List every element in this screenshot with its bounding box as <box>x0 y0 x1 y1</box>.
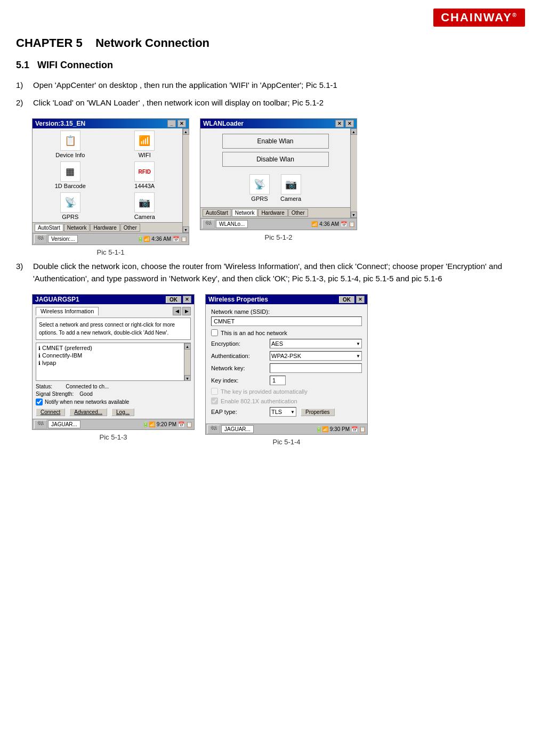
wp-ok-btn[interactable]: OK <box>339 296 354 303</box>
step-2: 2) Click 'Load' on 'WLAN Loader' , then … <box>16 97 525 109</box>
app-icon-14443a[interactable]: RFID 14443A <box>109 161 181 189</box>
netkey-input[interactable] <box>270 363 362 373</box>
pic-4-container: Wireless Properties OK ✕ Network name (S… <box>205 294 368 446</box>
rfid-icon: RFID <box>134 161 155 182</box>
tab-other[interactable]: Other <box>120 224 140 232</box>
wlan-scroll-up[interactable]: ▲ <box>351 128 357 135</box>
wlan-taskbar: 🏁 WLANLo... 📶 4:36 AM 📅 📋 <box>200 218 357 230</box>
wlan-tab-hardware[interactable]: Hardware <box>258 209 287 217</box>
keyindex-input[interactable] <box>270 376 286 385</box>
jag-status: Status: Connected to ch... <box>36 384 191 389</box>
screenshot-row-1: Version:3.15_EN _ ✕ 📋 Device Info 📶 <box>32 118 525 256</box>
wlan-gprs-icon[interactable]: 📡 GPRS <box>249 174 270 202</box>
app-icon-gprs[interactable]: 📡 GPRS <box>35 192 106 220</box>
appcenter-scrollbar[interactable]: ▲ ▼ <box>182 128 189 233</box>
wlan-window: WLANLoader ✕ ✕ Enable Wlan Disable Wlan … <box>200 118 357 230</box>
jag-start-btn[interactable]: 🏁 <box>34 420 47 429</box>
wlan-gprs-label: GPRS <box>251 196 268 202</box>
wlan-tab-network[interactable]: Network <box>232 209 258 217</box>
step-3-text: Double click the network icon, choose th… <box>33 261 525 284</box>
section-title: WIFI Connection <box>37 60 113 70</box>
wlan-main: Enable Wlan Disable Wlan 📡 GPRS 📷 Camera <box>200 128 350 218</box>
scroll-up-arrow[interactable]: ▲ <box>183 128 189 135</box>
tab-autostart[interactable]: AutoStart <box>35 224 63 232</box>
enable8021x-checkbox <box>211 397 218 404</box>
keyindex-label: Key index: <box>211 377 270 384</box>
jag-nav-left[interactable]: ◀ <box>173 307 181 315</box>
netlist-scroll-down[interactable]: ▼ <box>184 375 191 381</box>
enable8021x-label: Enable 802.1X authentication <box>221 398 297 404</box>
step-1-text: Open 'AppCenter' on desktop , then run t… <box>33 79 525 92</box>
appcenter-tabs: AutoStart Network Hardware Other <box>33 222 182 233</box>
step-3: 3) Double click the network icon, choose… <box>16 261 525 284</box>
taskbar-icons: 🔋📶 <box>137 236 150 242</box>
notify-checkbox[interactable] <box>36 399 43 405</box>
wlan-tab-autostart[interactable]: AutoStart <box>203 209 231 217</box>
pic-4-label: Pic 5-1-4 <box>205 438 368 446</box>
network-item-lvpap[interactable]: ℹ lvpap <box>38 359 182 367</box>
wlan-ok-btn[interactable]: ✕ <box>345 120 354 127</box>
eap-select[interactable]: TLS ▼ <box>270 407 296 417</box>
wp-taskbar-app[interactable]: JAGUAR... <box>221 425 254 433</box>
scroll-track <box>183 135 189 226</box>
step-3-num: 3) <box>16 261 33 273</box>
wlan-camera-icon[interactable]: 📷 Camera <box>280 174 301 202</box>
adhoc-checkbox[interactable] <box>211 329 218 336</box>
jag-close-btn[interactable]: ✕ <box>183 296 191 303</box>
wlan-taskbar-icons: 📶 <box>311 221 318 227</box>
netkey-row: Network key: <box>211 363 362 373</box>
scroll-down-arrow[interactable]: ▼ <box>183 226 189 233</box>
wp-close-btn[interactable]: ✕ <box>356 296 365 303</box>
app-icon-device-info[interactable]: 📋 Device Info <box>35 131 106 158</box>
properties-btn[interactable]: Properties <box>301 408 335 416</box>
wlan-tab-other[interactable]: Other <box>288 209 308 217</box>
app-icon-camera[interactable]: 📷 Camera <box>109 192 181 220</box>
jag-titlebar: JAGUARGSP1 OK ✕ <box>33 295 194 304</box>
jag-tab-wireless[interactable]: Wireless Information <box>36 307 99 315</box>
wlan-camera-label: Camera <box>280 196 301 202</box>
log-btn[interactable]: Log... <box>111 408 134 416</box>
jag-ok-btn[interactable]: OK <box>166 296 181 303</box>
connect-btn[interactable]: Connect <box>36 408 65 416</box>
encryption-select[interactable]: AES ▼ <box>270 339 362 348</box>
auth-label: Authentication: <box>211 353 270 359</box>
encryption-label: Encryption: <box>211 340 270 347</box>
auth-select[interactable]: WPA2-PSK ▼ <box>270 351 362 361</box>
ssid-input[interactable] <box>211 316 362 326</box>
wp-start-btn[interactable]: 🏁 <box>207 425 220 434</box>
network-item-connectify[interactable]: ℹ Connectify-IBM <box>38 352 182 359</box>
adhoc-label: This is an ad hoc network <box>221 330 287 336</box>
network-list-scrollbar[interactable]: ▲ ▼ <box>184 343 190 381</box>
wlan-start-btn[interactable]: 🏁 <box>202 220 215 229</box>
tab-network[interactable]: Network <box>64 224 90 232</box>
wlan-close-btn[interactable]: ✕ <box>335 120 344 127</box>
wlan-scroll-down[interactable]: ▼ <box>351 212 357 218</box>
tab-hardware[interactable]: Hardware <box>90 224 119 232</box>
app-icon-wifi[interactable]: 📶 WIFI <box>109 131 181 158</box>
enable-wlan-btn[interactable]: Enable Wlan <box>222 134 329 149</box>
netlist-scroll-up[interactable]: ▲ <box>184 343 191 349</box>
step-1: 1) Open 'AppCenter' on desktop , then ru… <box>16 79 525 92</box>
app-icon-barcode[interactable]: ▦ 1D Barcode <box>35 161 106 189</box>
pic-1-container: Version:3.15_EN _ ✕ 📋 Device Info 📶 <box>32 118 189 256</box>
disable-wlan-btn[interactable]: Disable Wlan <box>222 152 329 167</box>
wlan-taskbar-tab[interactable]: WLANLo... <box>216 220 248 228</box>
taskbar-time: 4:36 AM <box>151 236 171 242</box>
jag-signal: Signal Strength: Good <box>36 391 191 397</box>
network-list: ℹ CMNET (preferred) ℹ Connectify-IBM ℹ l… <box>36 343 184 380</box>
jag-nav-right[interactable]: ▶ <box>182 307 191 315</box>
jag-taskbar-app[interactable]: JAGUAR... <box>48 420 80 428</box>
eap-value: TLS <box>271 409 282 415</box>
advanced-btn[interactable]: Advanced... <box>69 408 107 416</box>
wlan-win-btns: ✕ ✕ <box>335 120 354 127</box>
network-item-cmnet[interactable]: ℹ CMNET (preferred) <box>38 344 182 352</box>
close-btn[interactable]: ✕ <box>177 120 186 127</box>
pic-2-label: Pic 5-1-2 <box>200 233 357 241</box>
wlan-icons-row: 📡 GPRS 📷 Camera <box>249 174 301 202</box>
minimize-btn[interactable]: _ <box>167 120 176 127</box>
start-button[interactable]: 🏁 <box>34 234 47 243</box>
taskbar-version-tab[interactable]: Version:... <box>48 235 78 243</box>
wlan-scrollbar[interactable]: ▲ ▼ <box>350 128 357 218</box>
jag-taskbar-icons: 🔋📶 <box>142 421 155 427</box>
signal-label: Signal Strength: <box>36 391 74 397</box>
